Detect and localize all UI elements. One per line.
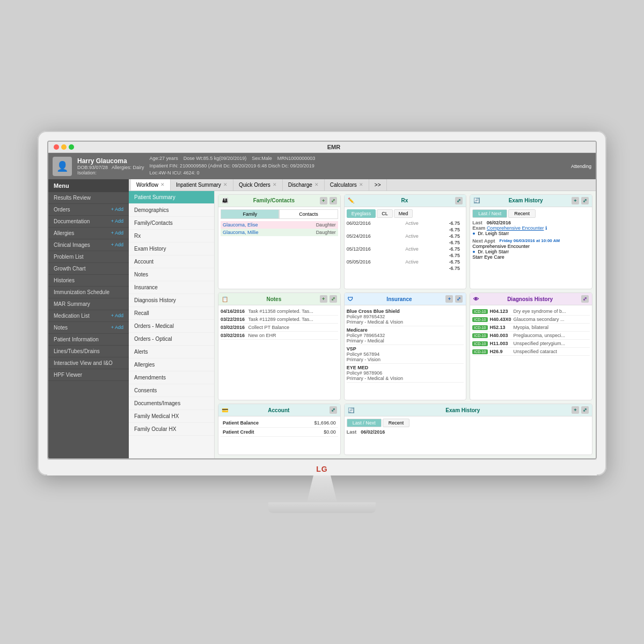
sidebar-item-notes[interactable]: Notes + Add: [48, 322, 129, 334]
exam-history-top-actions: + ⤢: [572, 197, 589, 204]
tab-calculators-close[interactable]: ✕: [359, 182, 363, 187]
exam-history-bottom-body: Last / Next Recent Last 06/02/2016: [345, 416, 592, 439]
allergies-add[interactable]: + Add: [111, 230, 123, 236]
notes-add[interactable]: + Add: [111, 325, 123, 330]
diagnosis-title: Diagnosis History: [507, 296, 553, 302]
dx-desc-4: Unspecified pterygium...: [514, 341, 566, 346]
workflow-demographics[interactable]: Demographics: [129, 204, 214, 217]
exam-history-bottom-expand-btn[interactable]: ⤢: [581, 406, 589, 414]
bullet-icon-1: ●: [472, 231, 475, 236]
family-add-btn[interactable]: +: [320, 197, 327, 204]
workflow-account[interactable]: Account: [129, 255, 214, 268]
sidebar-item-mar-summary[interactable]: MAR Summary: [48, 298, 129, 310]
tab-quick-orders-close[interactable]: ✕: [273, 182, 277, 187]
orders-add[interactable]: + Add: [111, 207, 123, 212]
eh-bottom-tab-last-next[interactable]: Last / Next: [347, 419, 382, 427]
family-tab-family[interactable]: Family: [221, 209, 279, 219]
sidebar-item-growth-chart[interactable]: Growth Chart: [48, 263, 129, 275]
ins-policy-0: Policy# 89765432: [347, 314, 464, 319]
workflow-notes[interactable]: Notes: [129, 268, 214, 281]
tab-workflow-close[interactable]: ✕: [160, 182, 165, 187]
minimize-button[interactable]: [61, 144, 67, 150]
maximize-button[interactable]: [69, 144, 74, 150]
insurance-header: 🛡 Insurance + ⤢: [345, 293, 466, 305]
family-name-0[interactable]: Glaucoma, Elise: [223, 222, 258, 228]
workflow-diagnosis-history[interactable]: Diagnosis History: [129, 294, 214, 307]
rx-row-0: 06/02/2016 Active -6.75: [347, 220, 464, 226]
dashboard: 👨‍👩‍👧 Family/Contacts + ⤢ Fa: [215, 191, 596, 458]
workflow-allergies[interactable]: Allergies: [129, 358, 214, 371]
workflow-insurance[interactable]: Insurance: [129, 281, 214, 294]
rx-tab-med[interactable]: Med: [394, 209, 413, 218]
workflow-recall[interactable]: Recall: [129, 307, 214, 320]
workflow-family-ocular-hx[interactable]: Family Ocular HX: [129, 423, 214, 436]
notes-expand-btn[interactable]: ⤢: [330, 295, 337, 303]
workflow-consents[interactable]: Consents: [129, 384, 214, 397]
workflow-alerts[interactable]: Alerts: [129, 346, 214, 358]
screen: EMR 👤 Harry Glaucoma DOB:93/07/28 Allerg…: [47, 141, 597, 459]
rx-tab-eyeglass[interactable]: Eyeglass: [347, 209, 376, 218]
sidebar-item-hpf-viewer[interactable]: HPF Viewer: [48, 369, 129, 381]
diagnosis-expand-btn[interactable]: ⤢: [581, 295, 589, 303]
rx-tabs: Eyeglass CL Med: [347, 209, 464, 218]
workflow-family-contacts[interactable]: Family/Contacts: [129, 217, 214, 230]
eh-bottom-tab-recent[interactable]: Recent: [383, 419, 410, 427]
card-family-contacts: 👨‍👩‍👧 Family/Contacts + ⤢ Fa: [218, 194, 341, 289]
family-expand-btn[interactable]: ⤢: [330, 197, 337, 204]
sidebar-item-lines-tubes[interactable]: Lines/Tubes/Drains: [48, 346, 129, 357]
exam-history-add-btn[interactable]: +: [572, 197, 579, 204]
tab-workflow[interactable]: Workflow ✕: [131, 179, 171, 191]
dx-code-5: H26.9: [490, 349, 511, 354]
medication-add[interactable]: + Add: [111, 313, 123, 318]
notes-add-btn[interactable]: +: [320, 295, 327, 303]
tab-more[interactable]: >>: [369, 179, 387, 191]
exam-history-bottom-add-btn[interactable]: +: [572, 406, 579, 414]
ins-row-2: VSP Policy# 567894 Primary - Vision: [347, 345, 464, 364]
sidebar-item-interactive-view[interactable]: Interactive View and I&O: [48, 357, 129, 369]
workflow-family-medical-hx[interactable]: Family Medical HX: [129, 410, 214, 423]
family-tab-contacts[interactable]: Contacts: [279, 209, 338, 219]
insurance-expand-btn[interactable]: ⤢: [455, 295, 463, 303]
workflow-patient-summary[interactable]: Patient Summary: [129, 191, 214, 204]
dx-desc-1: Glaucoma secondary ...: [514, 317, 565, 322]
diagnosis-header: 👁 Diagnosis History ⤢: [470, 293, 592, 305]
workflow-amendments[interactable]: Amendments: [129, 371, 214, 384]
insurance-add-btn[interactable]: +: [445, 295, 453, 303]
sidebar-item-documentation[interactable]: Documentation + Add: [48, 216, 129, 228]
workflow-orders-medical[interactable]: Orders - Medical: [129, 320, 214, 333]
documentation-add[interactable]: + Add: [111, 218, 123, 224]
close-button[interactable]: [54, 144, 59, 150]
rx-row-7: -6.75: [347, 265, 464, 272]
tab-quick-orders[interactable]: Quick Orders ✕: [233, 179, 283, 191]
eh-tab-recent[interactable]: Recent: [508, 209, 536, 218]
clinical-images-add[interactable]: + Add: [111, 242, 123, 247]
rx-tab-cl[interactable]: CL: [377, 209, 393, 218]
tab-inpatient-summary[interactable]: Inpatient Summary ✕: [171, 179, 233, 191]
sidebar-item-clinical-images[interactable]: Clinical Images + Add: [48, 239, 129, 251]
workflow-orders-optical[interactable]: Orders - Optical: [129, 333, 214, 346]
diagnosis-body: ICD-10 H04.123 Dry eye syndrome of b... …: [470, 305, 592, 358]
sidebar-item-immunization[interactable]: Immunization Schedule: [48, 287, 129, 298]
workflow-exam-history[interactable]: Exam History: [129, 243, 214, 255]
tab-calculators[interactable]: Calculators ✕: [325, 179, 369, 191]
eh-last-link[interactable]: Comprehensive Encounter: [487, 225, 544, 231]
workflow-documents-images[interactable]: Documents/Images: [129, 397, 214, 410]
account-expand-btn[interactable]: ⤢: [330, 406, 337, 414]
sidebar-item-results-review[interactable]: Results Review: [48, 192, 129, 204]
family-name-1[interactable]: Glaucoma, Millie: [223, 230, 259, 235]
sidebar-item-patient-info[interactable]: Patient Information: [48, 334, 129, 346]
eh-tab-last-next[interactable]: Last / Next: [472, 209, 507, 218]
exam-history-expand-btn[interactable]: ⤢: [581, 197, 589, 204]
workflow-rx[interactable]: Rx: [129, 230, 214, 243]
sidebar-item-orders[interactable]: Orders + Add: [48, 204, 129, 216]
tab-discharge[interactable]: Discharge ✕: [283, 179, 325, 191]
sidebar-item-histories[interactable]: Histories: [48, 275, 129, 287]
sidebar-item-medication-list[interactable]: Medication List + Add: [48, 310, 129, 322]
dx-desc-3: Preglaucoma, unspeci...: [514, 333, 566, 338]
diagnosis-icon: 👁: [473, 296, 479, 302]
tab-discharge-close[interactable]: ✕: [314, 182, 319, 187]
sidebar-item-problem-list[interactable]: Problem List: [48, 251, 129, 263]
tab-inpatient-close[interactable]: ✕: [223, 182, 228, 187]
sidebar-item-allergies[interactable]: Allergies + Add: [48, 228, 129, 239]
rx-expand-btn[interactable]: ⤢: [455, 197, 463, 204]
